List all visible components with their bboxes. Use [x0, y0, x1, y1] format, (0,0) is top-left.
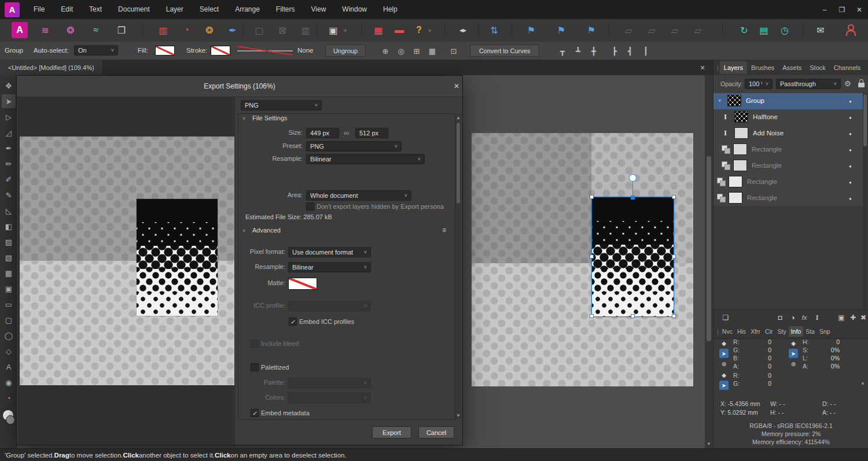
section-collapse-icon[interactable]: ˅ [242, 116, 245, 121]
selection-handle-w[interactable] [590, 255, 594, 259]
cancel-button[interactable]: Cancel [418, 426, 454, 438]
tab-his[interactable]: His [735, 326, 748, 337]
history-icon[interactable]: ◷ [777, 22, 793, 38]
align-left-icon[interactable]: ┣ [609, 46, 620, 56]
selection-handle-nw[interactable] [590, 195, 594, 199]
auto-select-dropdown[interactable]: On ˅ [74, 45, 118, 56]
layer-row-add-noise[interactable]: I Add Noise ● [713, 126, 863, 142]
link-dimensions-icon[interactable]: ∞ [344, 128, 349, 137]
arrange-1-icon[interactable]: ▱ [620, 22, 637, 38]
flip-document-icon[interactable]: ⇅ [486, 22, 502, 38]
export-button[interactable]: Export [372, 426, 411, 438]
rounded-rectangle-tool[interactable]: ▢ [2, 313, 16, 327]
paint-brush-tool[interactable]: ✎ [2, 188, 16, 202]
show-guides-icon[interactable]: ▬ [391, 22, 407, 38]
menu-filters[interactable]: Filters [268, 0, 303, 19]
tab-assets[interactable]: Assets [778, 61, 806, 74]
align-middle-icon[interactable]: ╋ [588, 46, 599, 56]
lock-icon[interactable] [858, 83, 865, 87]
layer-row-rectangle-3[interactable]: Rectangle ● [713, 174, 863, 191]
gradient-tool[interactable]: ▨ [2, 235, 16, 249]
visibility-dot-icon[interactable]: ● [849, 115, 852, 120]
visibility-dot-icon[interactable]: ● [849, 131, 852, 137]
sampler-target-icon[interactable]: ⊕ [789, 359, 798, 368]
transparency-tool[interactable]: ▧ [2, 250, 16, 264]
mask-icon[interactable]: ◘ [775, 312, 785, 323]
arrange-3-icon[interactable]: ▱ [667, 22, 683, 38]
auto-white-balance-icon[interactable]: ✒ [225, 22, 241, 38]
menu-help[interactable]: Help [375, 0, 406, 19]
embed-metadata-checkbox[interactable]: ✓ [251, 409, 259, 417]
dont-export-hidden-checkbox[interactable] [306, 202, 314, 211]
auto-colours-icon[interactable]: ❂ [201, 22, 218, 38]
advanced-section-header[interactable]: Advanced [252, 227, 281, 234]
edit-all-layers-icon[interactable]: ⊡ [448, 46, 459, 56]
selection-marquee-icon[interactable]: ▢ [251, 22, 267, 38]
stroke-swatch[interactable] [211, 46, 230, 56]
menu-document[interactable]: Document [110, 0, 158, 19]
insert-target-icon[interactable]: ⊕ [380, 46, 391, 56]
tab-nvc[interactable]: Nvc [720, 326, 735, 337]
preset-dropdown[interactable]: PNG ˅ [306, 141, 402, 152]
layers-scrollbar[interactable] [863, 93, 867, 309]
tone-mapping-persona-icon[interactable]: ≈ [88, 22, 104, 38]
minimize-button[interactable]: – [816, 0, 833, 19]
dialog-scrollbar[interactable]: ▲ ▼ [455, 115, 461, 419]
scroll-up-icon[interactable]: ▲ [455, 115, 461, 120]
tab-layers[interactable]: Layers [720, 61, 747, 74]
selection-handle-ne[interactable] [672, 195, 676, 199]
tab-close-icon[interactable]: ✕ [698, 63, 707, 72]
matte-swatch[interactable] [288, 278, 317, 290]
tab-snp[interactable]: Snp [817, 326, 833, 337]
close-button[interactable]: ✕ [851, 0, 868, 19]
selection-handle-e[interactable] [672, 255, 676, 259]
group-layers-icon[interactable]: ▣ [836, 312, 847, 323]
adjustment-icon[interactable]: ◑ [788, 312, 798, 323]
feedback-icon[interactable]: ✉ [812, 22, 829, 38]
document-view-right[interactable] [472, 133, 693, 386]
layer-row-group[interactable]: ˅ Group ● [713, 93, 863, 110]
visibility-dot-icon[interactable]: ● [849, 99, 852, 104]
insert-inside-icon[interactable]: ◎ [395, 46, 407, 56]
align-horizontal-icon[interactable]: ⚑ [523, 22, 539, 38]
resample-dropdown[interactable]: Bilinear ˅ [306, 154, 425, 164]
blend-mode-dropdown[interactable]: Passthrough ˅ [776, 79, 841, 89]
tab-channels[interactable]: Channels [830, 61, 865, 74]
tab-xfrr[interactable]: Xfrr [748, 326, 763, 337]
dialog-close-icon[interactable]: ✕ [452, 82, 461, 91]
add-layer-icon[interactable]: ✚ [848, 312, 858, 323]
scroll-down-icon[interactable]: ▼ [455, 413, 461, 418]
tab-stock[interactable]: Stock [806, 61, 830, 74]
text-tool[interactable]: A [2, 360, 16, 374]
layer-row-rectangle-2[interactable]: Rectangle ● [713, 158, 863, 175]
maximize-button[interactable]: ❐ [833, 0, 851, 19]
menu-file[interactable]: File [25, 0, 53, 19]
liquify-persona-icon[interactable]: ≋ [37, 22, 53, 38]
export-persona-icon[interactable]: ❐ [113, 22, 130, 38]
tab-sta[interactable]: Sta [803, 326, 817, 337]
gear-icon[interactable]: ⚙ [844, 79, 851, 88]
delete-layer-icon[interactable]: ✖ [858, 312, 868, 323]
selection-subtract-icon[interactable]: ⊠ [274, 22, 290, 38]
duplicate-icon[interactable]: ❏ [720, 312, 731, 323]
size-height-field[interactable]: 512 px [355, 128, 388, 138]
tab-info[interactable]: Info [789, 326, 804, 337]
file-settings-section-header[interactable]: File Settings [252, 115, 288, 121]
photo-persona-icon[interactable]: A [12, 22, 28, 38]
align-center-icon[interactable]: ┃ [640, 46, 652, 56]
chevron-down-icon[interactable]: ˅ [344, 28, 347, 34]
rectangle-tool[interactable]: ▭ [2, 297, 16, 311]
corner-tool[interactable]: ◿ [2, 126, 16, 139]
menu-select[interactable]: Select [192, 0, 227, 19]
scrollbar-thumb[interactable] [863, 94, 867, 146]
sampler-dropper-icon[interactable]: ◆ [789, 338, 798, 348]
section-menu-icon[interactable]: ≡ [442, 226, 446, 234]
stroke-width-widget[interactable] [237, 46, 293, 55]
color-selector[interactable] [2, 410, 16, 427]
move-tool[interactable]: ➤ [2, 94, 16, 108]
show-grid-icon[interactable]: ▦ [370, 22, 387, 38]
color-picker-tool[interactable]: ◉ [2, 375, 16, 389]
chevron-down-icon[interactable]: ˅ [428, 28, 431, 34]
auto-levels-icon[interactable]: ▥ [155, 22, 171, 38]
pen-tool[interactable]: ✒ [2, 141, 16, 155]
